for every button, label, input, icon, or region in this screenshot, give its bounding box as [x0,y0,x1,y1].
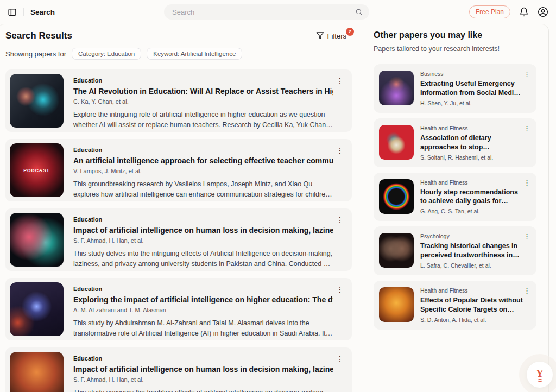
topbar-actions: Free Plan [469,5,548,18]
page-title: Search Results [5,30,72,41]
paper-category: Education [73,216,333,223]
paper-card-body: Education An artificial intelligence app… [73,143,348,197]
recommendations-list: Business Extracting Useful Emergency Inf… [374,64,536,330]
filter-chip-category-label: Category: Education [78,50,135,57]
paper-category: Education [73,147,333,153]
paper-thumbnail [10,282,64,336]
recommended-authors: S. Soltani, R. Hashemi, et al. [420,154,523,161]
recommended-category: Health and Fitness [420,179,523,186]
logo-dot-icon [538,379,542,382]
paper-category: Education [73,77,333,84]
filters-count-badge: 2 [346,28,354,36]
notifications-bell-icon[interactable] [519,7,529,17]
recommendations-subtitle: Papers tailored to your research interes… [374,45,536,53]
recommended-authors: H. Shen, Y. Ju, et al. [420,100,523,106]
sidebar-toggle-icon[interactable] [8,8,17,17]
topbar-page-label: Search [30,8,55,16]
paper-title: The AI Revolution in Education: Will AI … [73,87,333,96]
recommended-title: Hourly step recommendations to achieve d… [420,188,523,206]
paper-menu-icon[interactable]: ⋮ [335,146,345,155]
recommended-title: Association of dietary approaches to sto… [420,134,523,152]
paper-description: This study by Abdulrahman M. Al-Zahrani … [73,318,333,338]
recommended-category: Psychology [420,233,523,239]
paper-menu-icon[interactable]: ⋮ [335,215,345,225]
recommended-paper-card[interactable]: Psychology Tracking historical changes i… [374,226,536,275]
paper-card-body: Education Impact of artificial intellige… [73,213,348,267]
paper-thumbnail [10,213,64,267]
paper-title: Exploring the impact of artificial intel… [73,295,333,304]
paper-category: Education [73,355,333,362]
recommended-title: Tracking historical changes in perceived… [420,242,523,260]
paper-authors: S. F. Ahmad, H. Han, et al. [73,237,333,244]
paper-authors: S. F. Ahmad, H. Han, et al. [73,376,333,383]
paper-result-card[interactable]: PODCAST Education An artificial intellig… [5,139,352,201]
paper-menu-icon[interactable]: ⋮ [335,284,345,294]
recommended-card-body: Business Extracting Useful Emergency Inf… [420,71,531,106]
recommended-menu-icon[interactable]: ⋮ [522,286,532,295]
paper-description: Explore the intriguing role of artificia… [73,110,333,130]
results-list: Education The AI Revolution in Education… [5,69,352,392]
search-results-section: Search Results Filters 2 Showing papers … [5,30,352,392]
user-profile-icon[interactable] [538,7,548,17]
recommended-card-body: Health and Fitness Hourly step recommend… [420,179,531,215]
active-filters-row: Showing papers for Category: Education K… [5,48,352,60]
filter-chip-category[interactable]: Category: Education [72,48,141,60]
recommended-category: Health and Fitness [420,287,523,294]
paper-result-card[interactable]: Education Impact of artificial intellige… [5,347,352,392]
recommended-thumbnail [379,287,414,322]
recommendations-title: Other papers you may like [374,30,536,40]
topbar-divider [23,8,24,16]
recommended-category: Health and Fitness [420,125,523,131]
paper-result-card[interactable]: Education The AI Revolution in Education… [5,69,352,132]
paper-menu-icon[interactable]: ⋮ [335,76,345,86]
filter-funnel-icon [316,31,324,40]
paper-result-card[interactable]: Education Exploring the impact of artifi… [5,278,352,340]
recommended-thumbnail [379,233,414,268]
recommended-thumbnail [379,71,414,105]
recommended-card-body: Psychology Tracking historical changes i… [420,233,531,269]
paper-description: This study uncovers the troubling effect… [73,388,333,392]
paper-description: This study delves into the intriguing ef… [73,249,333,269]
recommended-card-body: Health and Fitness Association of dietar… [420,125,531,161]
paper-authors: V. Lampos, J. Mintz, et al. [73,168,333,174]
recommended-menu-icon[interactable]: ⋮ [522,232,532,241]
recommended-thumbnail [379,125,414,160]
recommended-title: Effects of Popular Diets without Specifi… [420,296,523,314]
topbar: Search Free Plan [0,0,556,24]
paper-card-body: Education Impact of artificial intellige… [73,352,348,392]
recommended-authors: S. D. Anton, A. Hida, et al. [420,317,523,323]
recommended-paper-card[interactable]: Health and Fitness Effects of Popular Di… [374,281,536,330]
recommended-authors: L. Safra, C. Chevallier, et al. [420,262,523,269]
filter-chip-keyword[interactable]: Keyword: Artificial Intelligence [147,48,242,60]
paper-authors: C. Ka, Y. Chan, et al. [73,98,333,105]
filters-button[interactable]: Filters 2 [316,31,352,41]
recommended-category: Business [420,71,523,77]
search-icon [355,8,363,16]
recommended-paper-card[interactable]: Health and Fitness Association of dietar… [374,118,536,167]
paper-category: Education [73,286,333,292]
plan-badge[interactable]: Free Plan [469,5,510,18]
assistant-logo-button[interactable]: Y [527,362,553,388]
recommended-paper-card[interactable]: Business Extracting Useful Emergency Inf… [374,64,536,113]
logo-letter: Y [536,368,544,378]
recommended-paper-card[interactable]: Health and Fitness Hourly step recommend… [374,173,536,222]
paper-thumbnail [10,74,64,128]
recommended-menu-icon[interactable]: ⋮ [522,178,532,187]
filters-label: Filters [327,31,346,41]
recommended-menu-icon[interactable]: ⋮ [522,124,532,133]
paper-thumbnail [10,352,64,392]
recommended-authors: G. Ang, C. S. Tan, et al. [420,208,523,214]
filter-chip-keyword-label: Keyword: Artificial Intelligence [153,50,236,57]
paper-card-body: Education The AI Revolution in Education… [73,74,348,128]
recommendations-section: Other papers you may like Papers tailore… [374,30,536,335]
paper-title: An artificial intelligence approach for … [73,156,333,165]
recommended-title: Extracting Useful Emergency Information … [420,79,523,98]
paper-menu-icon[interactable]: ⋮ [335,354,345,364]
paper-thumbnail: PODCAST [10,143,64,197]
paper-result-card[interactable]: Education Impact of artificial intellige… [5,208,352,271]
recommended-card-body: Health and Fitness Effects of Popular Di… [420,287,531,323]
search-input[interactable] [164,8,355,16]
paper-card-body: Education Exploring the impact of artifi… [73,282,348,336]
recommended-menu-icon[interactable]: ⋮ [522,69,532,79]
recommended-thumbnail [379,179,414,214]
